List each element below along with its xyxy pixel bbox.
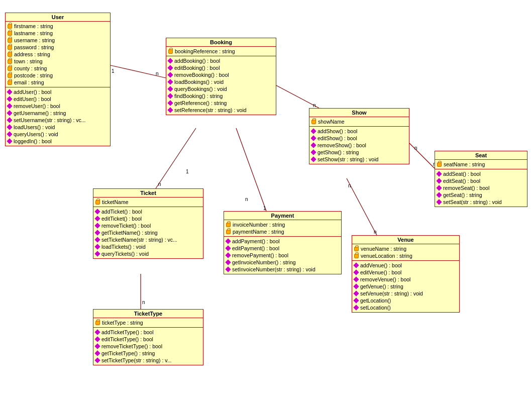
user-field: email : string: [8, 79, 108, 86]
diamond-icon: [310, 142, 316, 148]
seat-method: getSeat() : string: [437, 191, 525, 198]
lock-icon: [437, 162, 442, 167]
diamond-icon: [94, 336, 100, 342]
ticket-class-header: Ticket: [93, 189, 203, 197]
diamond-icon: [94, 329, 100, 335]
venue-title: Venue: [397, 237, 413, 243]
diamond-icon: [94, 357, 100, 363]
diamond-icon: [310, 128, 316, 134]
ticket-method: editTicket() : bool: [95, 215, 201, 222]
user-field: county : string: [8, 65, 108, 72]
diamond-icon: [310, 156, 316, 162]
user-class-header: User: [6, 13, 110, 22]
diamond-icon: [436, 185, 442, 190]
ticket-title: Ticket: [140, 190, 156, 196]
diamond-icon: [94, 223, 100, 228]
uml-diagram: 1 n 1 n n 1 n n n n n n n 1 User firstna…: [0, 0, 532, 397]
diamond-icon: [225, 238, 231, 244]
svg-text:1: 1: [112, 68, 115, 74]
diamond-icon: [353, 283, 359, 289]
show-title: Show: [352, 110, 366, 116]
diamond-icon: [167, 93, 173, 98]
diamond-icon: [94, 237, 100, 242]
tickettype-class-header: TicketType: [93, 310, 203, 318]
tickettype-method: getTicketType() : string: [95, 350, 201, 357]
diamond-icon: [94, 244, 100, 249]
user-field: lastname : string: [8, 30, 108, 37]
diamond-icon: [7, 89, 12, 94]
diamond-icon: [167, 86, 173, 91]
payment-method: editPayment() : bool: [226, 245, 339, 252]
tickettype-title: TicketType: [134, 311, 162, 317]
ticket-method: setTicketName(str : string) : vc...: [95, 236, 201, 243]
svg-text:n: n: [158, 181, 161, 187]
diamond-icon: [7, 96, 12, 102]
lock-icon: [168, 49, 173, 54]
ticket-field: ticketName: [95, 198, 201, 206]
diamond-icon: [353, 262, 359, 268]
user-field: postcode : string: [8, 72, 108, 79]
venue-method: getVenue() : string: [354, 283, 457, 290]
lock-icon: [8, 80, 12, 85]
user-title: User: [52, 14, 64, 20]
tickettype-field: ticketType : string: [95, 319, 201, 326]
lock-icon: [8, 52, 12, 57]
diamond-icon: [94, 350, 100, 356]
diamond-icon: [94, 230, 100, 235]
booking-title: Booking: [210, 39, 232, 45]
booking-field: bookingReference : string: [168, 48, 274, 55]
user-field: password : string: [8, 44, 108, 51]
payment-method: removePayment() : bool: [226, 252, 339, 259]
user-field: address : string: [8, 51, 108, 58]
payment-title: Payment: [271, 213, 294, 219]
payment-attributes: invoiceNumber : string paymentName : str…: [224, 220, 341, 237]
lock-icon: [226, 223, 231, 227]
ticket-class: Ticket ticketName addTicket() : bool edi…: [93, 188, 203, 259]
svg-line-0: [111, 65, 166, 78]
booking-class: Booking bookingReference : string addBoo…: [166, 38, 276, 115]
user-methods: addUser() : bool editUser() : bool remov…: [6, 87, 110, 146]
diamond-icon: [94, 216, 100, 221]
lock-icon: [354, 247, 359, 251]
diamond-icon: [7, 110, 12, 116]
payment-method: addPayment() : bool: [226, 238, 339, 245]
booking-method: queryBookings() : void: [168, 85, 274, 92]
show-method: setShow(str : string) : void: [311, 156, 407, 163]
payment-class-header: Payment: [224, 212, 341, 220]
lock-icon: [311, 120, 316, 124]
diamond-icon: [7, 124, 12, 130]
diamond-icon: [167, 79, 173, 84]
payment-method: getInvoiceNumber() : string: [226, 259, 339, 266]
diamond-icon: [7, 103, 12, 109]
svg-text:n: n: [245, 196, 248, 202]
lock-icon: [226, 230, 231, 234]
user-class: User firstname : string lastname : strin…: [5, 13, 111, 146]
show-methods: addShow() : bool editShow() : bool remov…: [309, 127, 409, 164]
show-method: removeShow() : bool: [311, 142, 407, 149]
seat-method: addSeat() : bool: [437, 170, 525, 177]
svg-line-6: [236, 128, 266, 211]
show-method: getShow() : string: [311, 149, 407, 156]
tickettype-attributes: ticketType : string: [93, 318, 203, 328]
payment-class: Payment invoiceNumber : string paymentNa…: [224, 211, 342, 274]
ticket-method: getTicketName() : string: [95, 229, 201, 236]
svg-text:1: 1: [263, 206, 266, 211]
seat-field: seatName : string: [437, 161, 525, 168]
user-field: username : string: [8, 37, 108, 44]
svg-line-9: [276, 85, 319, 108]
diamond-icon: [353, 290, 359, 296]
venue-method: addVenue() : bool: [354, 262, 457, 269]
diamond-icon: [7, 131, 12, 137]
diamond-icon: [436, 192, 442, 197]
svg-text:1: 1: [186, 169, 189, 174]
booking-method: loadBookings() : void: [168, 78, 274, 85]
venue-method: getLocation(): [354, 297, 457, 304]
seat-class-header: Seat: [435, 151, 527, 160]
diamond-icon: [167, 65, 173, 70]
tickettype-method: addTicketType() : bool: [95, 329, 201, 336]
booking-attributes: bookingReference : string: [166, 47, 276, 56]
user-field: firstname : string: [8, 23, 108, 30]
diamond-icon: [310, 135, 316, 141]
user-method: queryUsers() : void: [8, 131, 108, 138]
show-class: Show showName addShow() : bool editShow(…: [309, 108, 409, 164]
